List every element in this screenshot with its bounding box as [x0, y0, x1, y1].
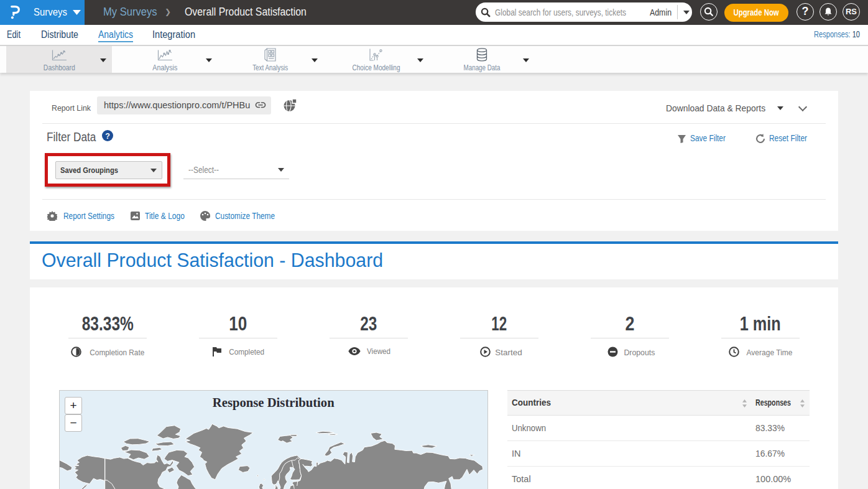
svg-text:?: ?: [105, 132, 110, 141]
